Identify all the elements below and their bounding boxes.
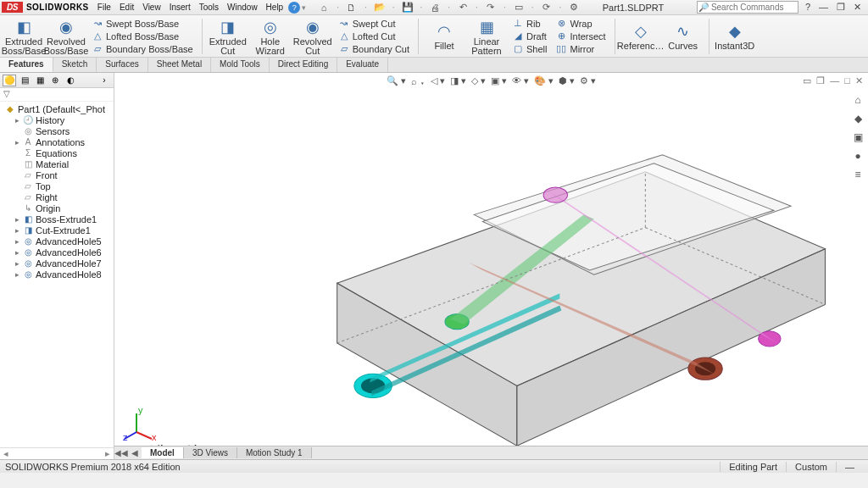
- open-icon[interactable]: 📂: [374, 2, 386, 14]
- cmd-tab-features[interactable]: Features: [0, 58, 53, 72]
- help-bubble-icon[interactable]: ?: [288, 2, 300, 14]
- boundary-boss-item[interactable]: ▱Boundary Boss/Base: [92, 43, 193, 55]
- hole-wizard-button[interactable]: ◎HoleWizard: [250, 17, 291, 56]
- cmd-tab-evaluate[interactable]: Evaluate: [337, 58, 388, 72]
- menu-edit[interactable]: Edit: [120, 3, 134, 12]
- graphics-viewport[interactable]: 🔍 ▾⌕ ▾◁ ▾◨ ▾◇ ▾▣ ▾👁 ▾🎨 ▾⬢ ▾⚙ ▾ ▭ ❐ — □ ✕…: [114, 73, 868, 459]
- swept-boss-item[interactable]: ↝Swept Boss/Base: [92, 18, 193, 30]
- menu-tools[interactable]: Tools: [199, 3, 219, 12]
- close-button[interactable]: ✕: [854, 2, 861, 13]
- fillet-button[interactable]: ◠Fillet: [424, 21, 465, 51]
- motion-nav-arrow[interactable]: ◀: [128, 448, 142, 458]
- cmd-tab-sketch[interactable]: Sketch: [53, 58, 97, 72]
- menu-file[interactable]: File: [97, 3, 111, 12]
- fm-collapse-icon[interactable]: ›: [97, 75, 111, 86]
- apply-scene-icon[interactable]: ⬢ ▾: [559, 75, 575, 86]
- edit-appearance-icon[interactable]: 🎨 ▾: [534, 75, 554, 86]
- custom-props-icon[interactable]: ≡: [851, 168, 865, 181]
- decals-icon[interactable]: ▣: [851, 130, 865, 144]
- options-icon[interactable]: ⚙: [568, 2, 580, 14]
- save-icon[interactable]: 💾: [402, 2, 414, 14]
- rib-item[interactable]: ⊥Rib: [512, 18, 547, 30]
- front-plane-node[interactable]: ▱Front: [2, 169, 112, 180]
- bottom-tab-model[interactable]: Model: [142, 447, 184, 458]
- sensors-node[interactable]: ◎Sensors: [2, 125, 112, 136]
- viewport-tile-icon[interactable]: ▭: [803, 75, 811, 86]
- draft-item[interactable]: ◢Draft: [512, 30, 547, 42]
- home-icon[interactable]: ⌂: [318, 2, 330, 14]
- search-commands-input[interactable]: [697, 1, 798, 14]
- menu-help[interactable]: Help: [266, 3, 284, 12]
- viewport-min-icon[interactable]: —: [830, 75, 839, 86]
- advhole6-node[interactable]: ▸◎AdvancedHole6: [2, 247, 112, 258]
- minimize-button[interactable]: —: [819, 2, 828, 13]
- advhole7-node[interactable]: ▸◎AdvancedHole7: [2, 258, 112, 269]
- equations-node[interactable]: ΣEquations: [2, 147, 112, 158]
- wrap-item[interactable]: ⊗Wrap: [555, 18, 605, 30]
- extruded-cut-button[interactable]: ◨ExtrudedCut: [208, 17, 248, 56]
- select-icon[interactable]: ▭: [513, 2, 525, 14]
- hide-show-icon[interactable]: 👁 ▾: [512, 75, 529, 86]
- zoom-fit-icon[interactable]: 🔍 ▾: [387, 75, 406, 86]
- home-scene-icon[interactable]: ⌂: [851, 93, 865, 107]
- fm-tab-dim[interactable]: ⊕: [48, 75, 62, 86]
- menu-window[interactable]: Window: [227, 3, 258, 12]
- menu-view[interactable]: View: [142, 3, 161, 12]
- cmd-tab-mold-tools[interactable]: Mold Tools: [211, 58, 270, 72]
- help-q-icon[interactable]: ?: [805, 2, 810, 13]
- print-icon[interactable]: 🖨: [429, 2, 441, 14]
- annotations-node[interactable]: ▸AAnnotations: [2, 136, 112, 147]
- new-icon[interactable]: 🗋: [346, 2, 358, 14]
- rebuild-icon[interactable]: ⟳: [540, 2, 552, 14]
- cmd-tab-sheet-metal[interactable]: Sheet Metal: [148, 58, 211, 72]
- fm-tab-display[interactable]: ◐: [64, 75, 77, 86]
- status-extra[interactable]: —: [836, 462, 863, 472]
- bottom-tab-motion-study-1[interactable]: Motion Study 1: [237, 447, 312, 458]
- menu-insert[interactable]: Insert: [170, 3, 191, 12]
- right-plane-node[interactable]: ▱Right: [2, 191, 112, 202]
- cmd-tab-surfaces[interactable]: Surfaces: [97, 58, 147, 72]
- instant3d-button[interactable]: ◆Instant3D: [715, 21, 755, 51]
- viewport-restore-icon[interactable]: ❐: [816, 75, 825, 86]
- viewport-max-icon[interactable]: □: [844, 75, 850, 86]
- colors-icon[interactable]: ●: [851, 149, 865, 163]
- revolved-boss-button[interactable]: ◉RevolvedBoss/Base: [46, 17, 86, 56]
- filter-row[interactable]: ▽: [0, 88, 114, 102]
- reference-geom-button[interactable]: ◇Referenc…: [620, 21, 661, 51]
- revolved-cut-button[interactable]: ◉RevolvedCut: [292, 17, 333, 56]
- bottom-tab-3d-views[interactable]: 3D Views: [184, 447, 237, 458]
- material-node[interactable]: ◫Material: [2, 158, 112, 169]
- top-plane-node[interactable]: ▱Top: [2, 180, 112, 191]
- fm-tab-property[interactable]: ▤: [18, 75, 31, 86]
- prev-view-icon[interactable]: ◁ ▾: [431, 75, 445, 86]
- viewport-close-icon[interactable]: ✕: [855, 75, 863, 86]
- undo-icon[interactable]: ↶: [457, 2, 469, 14]
- origin-node[interactable]: ↳Origin: [2, 202, 112, 214]
- section-view-icon[interactable]: ◨ ▾: [450, 75, 466, 86]
- view-settings-icon[interactable]: ⚙ ▾: [580, 75, 596, 86]
- advhole8-node[interactable]: ▸◎AdvancedHole8: [2, 269, 112, 280]
- status-units[interactable]: Custom: [786, 462, 836, 472]
- cmd-tab-direct-editing[interactable]: Direct Editing: [270, 58, 337, 72]
- fm-tab-tree[interactable]: 🟡: [3, 75, 16, 86]
- swept-cut-item[interactable]: ↝Swept Cut: [338, 18, 409, 30]
- advhole5-node[interactable]: ▸◎AdvancedHole5: [2, 236, 112, 247]
- zoom-area-icon[interactable]: ⌕ ▾: [411, 75, 426, 86]
- lofted-boss-item[interactable]: △Lofted Boss/Base: [92, 30, 193, 42]
- curves-button[interactable]: ∿Curves: [663, 21, 704, 51]
- intersect-item[interactable]: ⊕Intersect: [555, 30, 605, 42]
- cut-extrude1-node[interactable]: ▸◨Cut-Extrude1: [2, 225, 112, 236]
- boss-extrude1-node[interactable]: ▸◧Boss-Extrude1: [2, 214, 112, 225]
- appearances-icon[interactable]: ◆: [851, 112, 865, 125]
- tree-root[interactable]: ◆Part1 (Default<_Phot: [2, 103, 112, 114]
- fm-tab-config[interactable]: ▦: [33, 75, 47, 86]
- panel-scroll[interactable]: ◂▸: [0, 447, 114, 459]
- mirror-item[interactable]: ▯▯Mirror: [555, 43, 605, 55]
- view-orient-icon[interactable]: ◇ ▾: [471, 75, 486, 86]
- history-node[interactable]: ▸🕘History: [2, 114, 112, 125]
- extruded-boss-button[interactable]: ◧ExtrudedBoss/Base: [3, 17, 44, 56]
- linear-pattern-button[interactable]: ▦LinearPattern: [466, 17, 507, 56]
- lofted-cut-item[interactable]: △Lofted Cut: [338, 30, 409, 42]
- redo-icon[interactable]: ↷: [485, 2, 497, 14]
- display-style-icon[interactable]: ▣ ▾: [491, 75, 507, 86]
